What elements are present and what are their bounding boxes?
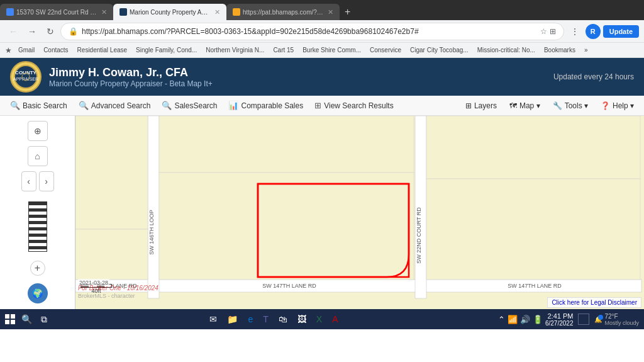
prev-button[interactable]: ‹ — [21, 171, 36, 191]
map-button[interactable]: 🗺 Map ▾ — [504, 99, 545, 113]
advanced-search-icon: 🔍 — [79, 101, 89, 110]
update-button[interactable]: Update — [603, 25, 639, 38]
forward-button[interactable]: → — [24, 24, 40, 39]
toolbar-left: 🔍 Basic Search 🔍 Advanced Search 🔍 Sales… — [5, 98, 399, 113]
advanced-search-button[interactable]: 🔍 Advanced Search — [74, 98, 156, 113]
sales-search-button[interactable]: 🔍 SalesSearch — [157, 98, 222, 113]
extensions-icon[interactable]: ⊞ — [550, 27, 556, 36]
tray-wifi-icon[interactable]: 📶 — [508, 315, 518, 324]
address-bar[interactable]: 🔒 https://pat.bhamaps.com/?PARCEL=8003-0… — [60, 23, 564, 40]
map-area[interactable]: ⊕ ⌂ ‹ › + 🌍 — [0, 116, 644, 309]
legal-disclaimer-button[interactable]: Click here for Legal Disclaimer — [547, 297, 641, 308]
svg-text:COUNTY: COUNTY — [15, 70, 36, 76]
map-icon: 🗺 — [509, 101, 517, 110]
show-desktop-button[interactable] — [578, 314, 589, 325]
notification-icon[interactable]: 🔔 — [594, 316, 602, 323]
world-icon[interactable]: 🌍 — [28, 283, 48, 303]
help-button[interactable]: ❓ Help ▾ — [596, 99, 639, 113]
tab-2[interactable]: Marion County Property Apprais... ✕ — [113, 4, 226, 20]
bookmark-gmail[interactable]: Gmail — [16, 45, 37, 55]
clock-date: 6/27/2022 — [545, 320, 574, 327]
taskbar-excel-icon[interactable]: X — [314, 313, 325, 325]
bookmark-contacts[interactable]: Contacts — [41, 45, 70, 55]
tab-1[interactable]: 15370 SW 22nd Court Rd - Goo... ✕ — [0, 4, 113, 20]
bookmark-cigar[interactable]: Cigar City Tocobag... — [408, 45, 471, 55]
tray-chevron-icon[interactable]: ⌃ — [498, 315, 505, 324]
task-view-icon[interactable]: ⧉ — [38, 313, 50, 326]
taskbar-photos-icon[interactable]: 🖼 — [295, 313, 309, 325]
app-container: COUNTY APPRAISER Jimmy H. Cowan, Jr., CF… — [0, 58, 644, 309]
bookmarks-icon: ★ — [5, 46, 12, 55]
next-button[interactable]: › — [39, 171, 54, 191]
header-updated: Updated every 24 hours — [553, 72, 634, 81]
refresh-button[interactable]: ↻ — [43, 24, 58, 39]
bookmark-more[interactable]: » — [582, 45, 591, 55]
profile-circle[interactable]: R — [586, 24, 601, 39]
new-tab-button[interactable]: + — [340, 4, 355, 20]
bookmark-residential[interactable]: Residential Lease — [75, 45, 130, 55]
bookmark-conservice[interactable]: Conservice — [367, 45, 404, 55]
tray-battery-icon[interactable]: 🔋 — [533, 315, 543, 324]
windows-logo[interactable] — [5, 314, 15, 324]
map-label: Map ▾ — [519, 101, 540, 110]
taskbar-store-icon[interactable]: 🛍 — [276, 313, 290, 325]
map-scale — [26, 201, 49, 253]
bookmark-single-family[interactable]: Single Family, Cond... — [133, 45, 199, 55]
taskbar-acrobat-icon[interactable]: A — [330, 313, 340, 325]
tab-close-2[interactable]: ✕ — [214, 8, 220, 16]
tab-3[interactable]: https://pat.bhamaps.com/?PARC... ✕ — [226, 4, 340, 20]
layers-button[interactable]: ⊞ Layers — [460, 99, 502, 113]
taskbar-left: 🔍 ⧉ — [5, 313, 50, 326]
back-button[interactable]: ← — [5, 24, 21, 39]
svg-rect-6 — [148, 116, 159, 298]
map-content[interactable]: SW 147TH LANE RD SW 147TH LANE RD SW 147… — [75, 116, 644, 309]
logo-svg: COUNTY APPRAISER — [13, 64, 38, 89]
lock-icon: 🔒 — [69, 27, 78, 36]
tray-sound-icon[interactable]: 🔊 — [520, 315, 530, 324]
star-icon[interactable]: ☆ — [540, 27, 547, 36]
comparable-sales-button[interactable]: 📊 Comparable Sales — [223, 98, 308, 113]
taskbar-folder-icon[interactable]: 📁 — [225, 313, 240, 325]
win-logo-tr — [11, 314, 15, 319]
header-title: Jimmy H. Cowan, Jr., CFA Marion County P… — [49, 66, 213, 88]
bookmark-cart[interactable]: Cart 15 — [270, 45, 296, 55]
bookmark-bookmarks[interactable]: Bookmarks — [541, 45, 578, 55]
tools-button[interactable]: 🔧 Tools ▾ — [548, 99, 593, 113]
basic-search-button[interactable]: 🔍 Basic Search — [5, 98, 72, 113]
address-icons: ☆ ⊞ — [540, 27, 556, 36]
help-label: Help ▾ — [613, 101, 634, 110]
app-logo: COUNTY APPRAISER — [10, 61, 42, 93]
svg-rect-12 — [75, 229, 148, 280]
svg-rect-9 — [159, 116, 414, 173]
advanced-search-label: Advanced Search — [91, 101, 151, 110]
svg-text:SW 146TH LOOP: SW 146TH LOOP — [148, 210, 155, 255]
search-taskbar-icon[interactable]: 🔍 — [19, 313, 35, 325]
tab-close-3[interactable]: ✕ — [328, 8, 333, 16]
crosshair-button[interactable]: ⊕ — [28, 121, 48, 141]
taskbar-mail-icon[interactable]: ✉ — [207, 313, 219, 325]
tab-bar: 15370 SW 22nd Court Rd - Goo... ✕ Marion… — [0, 0, 644, 20]
bookmark-mission[interactable]: Mission-critical: No... — [475, 45, 538, 55]
sales-search-icon: 🔍 — [162, 101, 172, 110]
svg-text:SW 147TH LANE RD: SW 147TH LANE RD — [508, 283, 562, 289]
tab-title-1: 15370 SW 22nd Court Rd - Goo... — [16, 9, 97, 16]
home-button[interactable]: ⌂ — [28, 146, 48, 166]
taskbar-edge-icon[interactable]: e — [245, 313, 255, 325]
logo-inner: COUNTY APPRAISER — [11, 62, 40, 91]
toolbar-right: ⊞ Layers 🗺 Map ▾ 🔧 Tools ▾ ❓ Help ▾ — [460, 99, 639, 113]
bookmark-nova[interactable]: Northern Virginia N... — [203, 45, 267, 55]
svg-text:SW 147TH LANE RD: SW 147TH LANE RD — [262, 283, 316, 289]
bookmark-burke[interactable]: Burke Shire Comm... — [300, 45, 364, 55]
view-results-button[interactable]: ⊞ View Search Results — [309, 98, 399, 113]
header-left: COUNTY APPRAISER Jimmy H. Cowan, Jr., CF… — [10, 61, 213, 93]
tab-close-1[interactable]: ✕ — [101, 8, 107, 16]
sales-search-label: SalesSearch — [174, 101, 217, 110]
tab-favicon-1 — [6, 8, 14, 16]
clock[interactable]: 2:41 PM 6/27/2022 — [545, 312, 574, 327]
basic-search-label: Basic Search — [23, 101, 67, 110]
tools-label: Tools ▾ — [565, 101, 588, 110]
tab-favicon-3 — [233, 8, 240, 16]
taskbar-teams-icon[interactable]: T — [260, 313, 271, 325]
extensions-button[interactable]: ⋮ — [567, 24, 583, 39]
zoom-in-button[interactable]: + — [30, 261, 45, 276]
